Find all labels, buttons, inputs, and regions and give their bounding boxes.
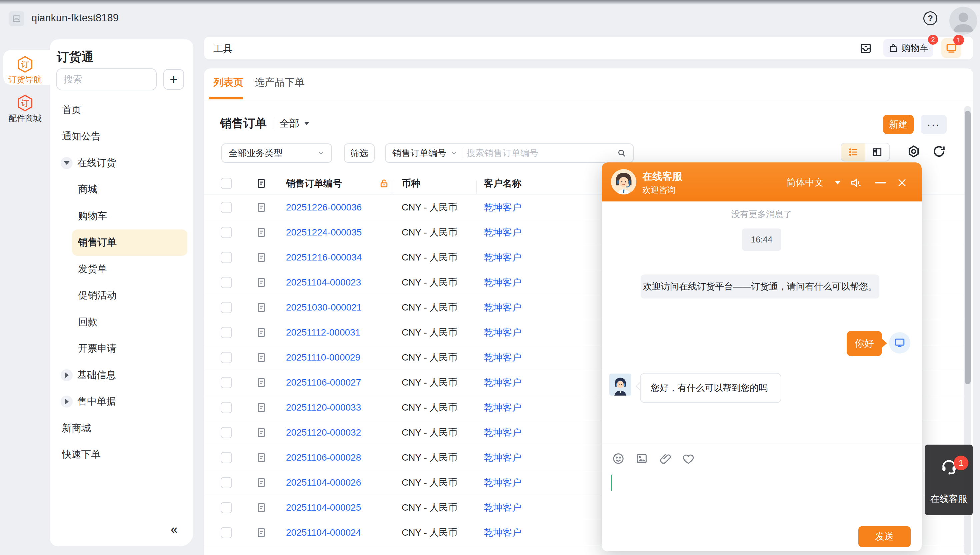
order-link[interactable]: 20251226-000036	[286, 195, 362, 220]
row-checkbox[interactable]	[221, 352, 232, 363]
lock-icon[interactable]	[379, 178, 389, 188]
list-view-icon[interactable]	[841, 143, 865, 161]
heart-icon[interactable]	[682, 452, 695, 465]
row-checkbox[interactable]	[221, 477, 232, 488]
scope-selector[interactable]: 全部	[279, 117, 299, 130]
customer-link[interactable]: 乾坤客户	[484, 270, 521, 295]
search-icon[interactable]	[617, 148, 626, 158]
chevron-down-icon[interactable]	[450, 149, 458, 157]
scrollbar-thumb[interactable]	[965, 111, 970, 384]
speaker-icon[interactable]	[850, 176, 862, 189]
customer-link[interactable]: 乾坤客户	[484, 395, 521, 420]
customer-link[interactable]: 乾坤客户	[484, 345, 521, 370]
sidebar-item-invoice-request[interactable]: 开票申请	[50, 335, 193, 362]
order-link[interactable]: 20251104-000025	[286, 495, 361, 520]
filter-button[interactable]: 筛选	[344, 143, 375, 163]
order-link[interactable]: 20251030-000021	[286, 295, 362, 320]
image-icon[interactable]	[635, 452, 648, 465]
refresh-icon[interactable]	[932, 144, 946, 159]
online-service-float-button[interactable]: 1 在线客服	[925, 444, 973, 515]
sidebar-item-promotions[interactable]: 促销活动	[50, 282, 193, 309]
chat-input[interactable]	[610, 473, 844, 519]
row-checkbox[interactable]	[221, 302, 232, 313]
customer-link[interactable]: 乾坤客户	[484, 370, 521, 395]
order-link[interactable]: 20251104-000023	[286, 270, 361, 295]
sidebar-item-delivery-notes[interactable]: 发货单	[50, 256, 193, 282]
sidebar-item-new-mall[interactable]: 新商城	[50, 415, 193, 441]
customer-link[interactable]: 乾坤客户	[484, 320, 521, 345]
customer-link[interactable]: 乾坤客户	[484, 220, 521, 245]
customer-link[interactable]: 乾坤客户	[484, 245, 521, 270]
sidebar-item-online-ordering[interactable]: 在线订货	[50, 150, 193, 176]
language-caret-icon[interactable]	[835, 181, 840, 184]
new-button[interactable]: 新建	[883, 115, 914, 134]
sidebar-item-sales-orders[interactable]: 销售订单	[50, 229, 193, 256]
customer-link[interactable]: 乾坤客户	[484, 470, 521, 495]
language-selector[interactable]: 简体中文	[787, 176, 824, 188]
customer-link[interactable]: 乾坤客户	[484, 445, 521, 470]
sidebar-item-notices[interactable]: 通知公告	[50, 124, 193, 150]
order-search-field[interactable]: 销售订单编号	[385, 143, 634, 163]
minimize-icon[interactable]	[875, 182, 886, 183]
row-checkbox[interactable]	[221, 227, 232, 238]
sidebar-item-basic-info[interactable]: 基础信息	[50, 362, 193, 388]
tools-label[interactable]: 工具	[213, 42, 233, 56]
order-search-input[interactable]	[466, 148, 613, 159]
scope-caret-icon[interactable]	[304, 122, 309, 125]
user-avatar[interactable]	[949, 7, 977, 35]
help-icon[interactable]: ?	[923, 11, 937, 25]
emoji-icon[interactable]	[612, 452, 625, 465]
row-checkbox[interactable]	[221, 502, 232, 513]
chevron-right-icon[interactable]	[61, 396, 73, 407]
order-link[interactable]: 20251110-000029	[286, 345, 360, 370]
row-checkbox[interactable]	[221, 327, 232, 338]
chevron-right-icon[interactable]	[61, 369, 73, 381]
row-checkbox[interactable]	[221, 202, 232, 213]
customer-link[interactable]: 乾坤客户	[484, 420, 521, 445]
paperclip-icon[interactable]	[659, 452, 672, 465]
sidebar-item-home[interactable]: 首页	[50, 97, 193, 124]
row-checkbox[interactable]	[221, 427, 232, 438]
tab-select-product-order[interactable]: 选产品下单	[255, 76, 305, 89]
row-checkbox[interactable]	[221, 252, 232, 263]
order-link[interactable]: 20251216-000034	[286, 245, 362, 270]
more-actions-button[interactable]: ···	[921, 115, 946, 134]
row-checkbox[interactable]	[221, 277, 232, 288]
gear-icon[interactable]	[906, 144, 921, 159]
tab-list-page[interactable]: 列表页	[213, 76, 243, 89]
add-button[interactable]: +	[163, 69, 184, 90]
rail-item-parts-mall[interactable]: 订 配件商城	[0, 94, 50, 124]
business-type-select[interactable]: 全部业务类型	[221, 143, 332, 163]
sidebar-item-payments[interactable]: 回款	[50, 309, 193, 335]
customer-link[interactable]: 乾坤客户	[484, 495, 521, 520]
row-checkbox[interactable]	[221, 527, 232, 538]
sidebar-item-in-sale-docs[interactable]: 售中单据	[50, 388, 193, 415]
order-link[interactable]: 20251106-000027	[286, 370, 361, 395]
rail-item-order-navigation[interactable]: 订 订货导航	[0, 55, 50, 85]
row-checkbox[interactable]	[221, 377, 232, 388]
order-link[interactable]: 20251104-000026	[286, 470, 361, 495]
order-link[interactable]: 20251112-000031	[286, 320, 360, 345]
row-checkbox[interactable]	[221, 402, 232, 413]
search-field-type[interactable]: 销售订单编号	[392, 147, 446, 159]
sidebar-collapse-icon[interactable]: «	[171, 522, 177, 537]
customer-link[interactable]: 乾坤客户	[484, 195, 521, 220]
board-view-icon[interactable]	[865, 143, 889, 161]
send-button[interactable]: 发送	[858, 526, 911, 547]
sidebar-search[interactable]	[56, 68, 157, 90]
order-link[interactable]: 20251120-000032	[286, 420, 361, 445]
chevron-down-icon[interactable]	[61, 157, 73, 169]
sidebar-item-mall[interactable]: 商城	[50, 176, 193, 203]
row-checkbox[interactable]	[221, 452, 232, 463]
sidebar-item-quick-order[interactable]: 快速下单	[50, 441, 193, 468]
select-all-checkbox[interactable]	[221, 178, 232, 189]
close-icon[interactable]	[896, 177, 908, 188]
message-inbox-icon[interactable]	[859, 42, 872, 55]
cart-button[interactable]: 购物车	[883, 39, 933, 57]
customer-link[interactable]: 乾坤客户	[484, 520, 521, 545]
order-link[interactable]: 20251224-000035	[286, 220, 362, 245]
sidebar-search-input[interactable]	[64, 74, 149, 85]
order-link[interactable]: 20251104-000024	[286, 520, 361, 545]
order-link[interactable]: 20251120-000033	[286, 395, 361, 420]
order-link[interactable]: 20251106-000028	[286, 445, 361, 470]
